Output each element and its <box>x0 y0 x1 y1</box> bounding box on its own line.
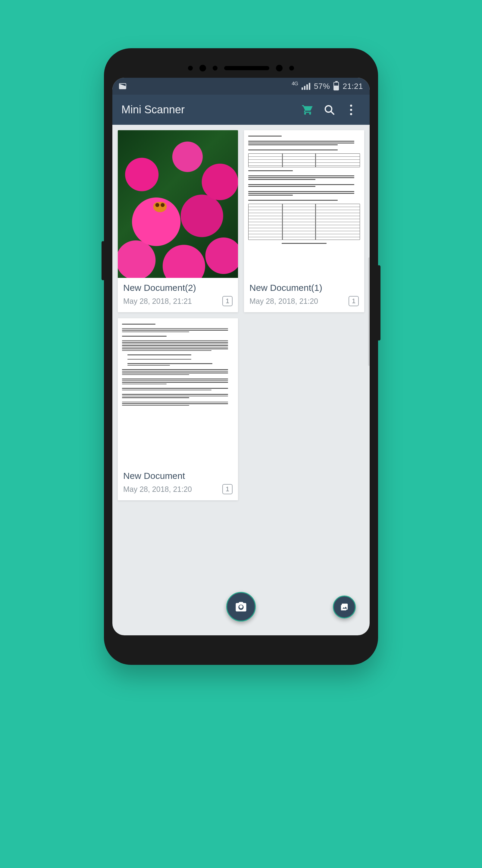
gallery-icon <box>340 602 349 612</box>
document-title: New Document(2) <box>123 283 232 293</box>
screen: 4G 57% 21:21 Mini Scanner <box>113 78 369 635</box>
network-label: 4G <box>292 81 298 87</box>
battery-label: 57% <box>314 82 330 91</box>
gallery-fab[interactable] <box>333 595 356 618</box>
document-date: May 28, 2018, 21:20 <box>250 297 344 306</box>
document-card[interactable]: New Document May 28, 2018, 21:20 1 <box>118 318 238 500</box>
cart-icon <box>301 104 314 116</box>
phone-chin <box>113 635 369 656</box>
camera-fab[interactable] <box>226 592 256 621</box>
volume-button <box>101 241 104 280</box>
page-count: 1 <box>222 484 232 494</box>
app-bar: Mini Scanner <box>113 95 369 125</box>
battery-icon <box>333 82 339 90</box>
document-card[interactable]: New Document(1) May 28, 2018, 21:20 1 <box>244 130 364 312</box>
overflow-button[interactable] <box>340 99 362 121</box>
document-date: May 28, 2018, 21:20 <box>123 485 218 494</box>
clock: 21:21 <box>343 82 363 91</box>
search-icon <box>323 104 335 116</box>
document-thumbnail <box>244 130 364 278</box>
document-thumbnail <box>118 130 238 278</box>
document-date: May 28, 2018, 21:21 <box>123 297 218 306</box>
image-icon <box>119 83 126 89</box>
document-card[interactable]: New Document(2) May 28, 2018, 21:21 1 <box>118 130 238 312</box>
page-count: 1 <box>222 296 232 306</box>
camera-icon <box>235 600 247 613</box>
document-title: New Document <box>123 471 232 481</box>
phone-frame: 4G 57% 21:21 Mini Scanner <box>104 48 378 665</box>
kebab-icon <box>350 104 352 115</box>
signal-icon <box>301 83 310 90</box>
page-count: 1 <box>349 296 359 306</box>
document-thumbnail <box>118 318 238 466</box>
status-bar: 4G 57% 21:21 <box>113 78 369 95</box>
search-button[interactable] <box>318 99 340 121</box>
document-title: New Document(1) <box>250 283 359 293</box>
store-button[interactable] <box>297 99 318 121</box>
document-grid: New Document(2) May 28, 2018, 21:21 1 <box>113 125 369 635</box>
power-button <box>378 265 381 341</box>
scroll-indicator <box>368 257 369 366</box>
svg-line-1 <box>331 112 334 115</box>
phone-sensors <box>113 57 369 78</box>
app-title: Mini Scanner <box>121 103 297 116</box>
